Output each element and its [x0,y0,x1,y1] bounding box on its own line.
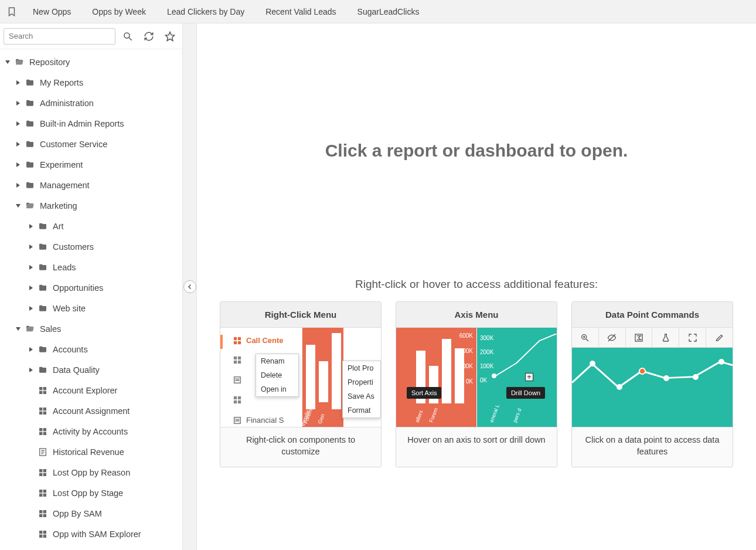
svg-rect-48 [43,531,46,534]
svg-rect-54 [238,341,241,344]
topbar-tab[interactable]: New Opps [22,0,81,23]
star-icon[interactable] [161,28,179,45]
tree-node[interactable]: Accounts [0,339,182,359]
chevron-right-icon[interactable] [13,80,23,86]
svg-marker-5 [16,101,20,106]
svg-rect-25 [39,411,42,414]
tree-node[interactable]: Art [0,216,182,236]
tree-node-label: Leads [49,263,76,272]
chevron-down-icon[interactable] [13,326,23,332]
dashboard-icon [36,468,49,477]
svg-marker-9 [16,183,20,188]
tree-node[interactable]: Sales [0,318,182,339]
chevron-right-icon[interactable] [13,141,23,147]
tree-node[interactable]: Leads [0,257,182,277]
tree-node[interactable]: Built-in Admin Reports [0,113,182,134]
main-area: RepositoryMy ReportsAdministrationBuilt-… [0,23,756,550]
chevron-down-icon[interactable] [13,203,23,209]
topbar-tab[interactable]: Recent Valid Leads [255,0,346,23]
tree-node[interactable]: Account Explorer [0,380,182,400]
card-thumbnail: Call Cente Financial S Foreman Gen ill I… [220,328,381,427]
tree-node[interactable]: Lost Opp by Stage [0,483,182,503]
search-icon[interactable] [119,28,137,45]
chevron-right-icon[interactable] [26,244,36,250]
svg-marker-6 [16,121,20,126]
chevron-right-icon[interactable] [13,121,23,127]
card-right-click-menu: Right-Click Menu Call Cente Financial S … [220,301,382,467]
tree-node[interactable]: Web site [0,298,182,318]
sigma-icon [626,328,653,347]
card-title: Right-Click Menu [220,302,381,328]
content-pane: Click a report or dashboard to open. Rig… [197,23,756,550]
tree-node[interactable]: Marketing [0,195,182,216]
topbar-tab[interactable]: SugarLeadClicks [347,0,430,23]
svg-rect-42 [43,493,46,496]
bookmark-icon[interactable] [5,6,19,17]
tree-node-label: My Reports [36,78,83,87]
chevron-right-icon[interactable] [26,367,36,373]
folder-icon [36,222,49,231]
tree-node[interactable]: Management [0,175,182,195]
card-title: Data Point Commands [572,302,733,328]
svg-marker-18 [29,368,33,372]
chevron-right-icon[interactable] [26,347,36,352]
svg-marker-16 [16,327,21,331]
svg-rect-19 [39,387,42,390]
chevron-down-icon[interactable] [2,59,13,65]
tree-node[interactable]: Lost Opp by Reason [0,462,182,483]
tree-node-label: Account Explorer [49,386,117,395]
tree-node-label: Lost Opp by Reason [49,468,130,477]
tree-node[interactable]: Customer Service [0,134,182,154]
tree-node[interactable]: Activity by Accounts [0,421,182,442]
chevron-right-icon[interactable] [13,162,23,168]
flask-icon [652,328,679,347]
tree-node[interactable]: Opp with SAM Explorer [0,524,182,544]
hide-icon [599,328,626,347]
tree-node[interactable]: Historical Revenue [0,442,182,462]
svg-rect-36 [43,469,46,472]
zoom-icon [572,328,599,347]
chevron-right-icon[interactable] [26,305,36,311]
tree-node[interactable]: My Reports [0,72,182,93]
topbar-tab[interactable]: Lead Clickers by Day [156,0,255,23]
chevron-right-icon[interactable] [26,223,36,229]
tree-node[interactable]: Customers [0,236,182,257]
card-description: Hover on an axis to sort or drill down [396,427,557,456]
collapse-sidebar-icon[interactable] [183,280,196,293]
tree-node-label: Web site [49,304,86,313]
tree-node[interactable]: Experiment [0,154,182,175]
sidebar-splitter[interactable] [183,23,197,550]
tree-node-label: Management [36,181,90,190]
tree-node[interactable]: Opportunities [0,277,182,298]
tree-node-label: Account Assignment [49,406,130,416]
tree-node[interactable]: Repository [0,52,182,72]
chevron-right-icon[interactable] [13,182,23,188]
tree-node[interactable]: Data Quality [0,359,182,380]
folder-icon [36,242,49,252]
search-input[interactable] [4,28,115,45]
topbar-tab[interactable]: Opps by Week [81,0,156,23]
chevron-right-icon[interactable] [13,100,23,106]
svg-rect-39 [39,490,42,493]
features-subtitle: Right-click or hover to access additiona… [214,278,738,291]
tree-node[interactable]: Opp By SAM [0,503,182,524]
svg-rect-63 [238,396,241,399]
chevron-right-icon[interactable] [26,285,36,291]
svg-marker-7 [16,142,20,147]
top-bar: New OppsOpps by WeekLead Clickers by Day… [0,0,756,23]
svg-rect-28 [43,428,46,431]
tree-node-label: Lost Opp by Stage [49,488,123,498]
tree-node[interactable]: Account Assignment [0,400,182,421]
svg-marker-4 [16,80,20,85]
tree-node-label: Sales [36,324,61,334]
tree-node[interactable]: Administration [0,93,182,113]
svg-marker-11 [29,224,33,229]
chevron-right-icon[interactable] [26,264,36,270]
refresh-icon[interactable] [140,28,158,45]
svg-rect-51 [234,337,237,339]
svg-rect-35 [39,469,42,472]
svg-rect-20 [43,387,46,390]
svg-rect-30 [43,432,46,434]
repository-tree[interactable]: RepositoryMy ReportsAdministrationBuilt-… [0,49,182,550]
svg-rect-47 [39,531,42,534]
